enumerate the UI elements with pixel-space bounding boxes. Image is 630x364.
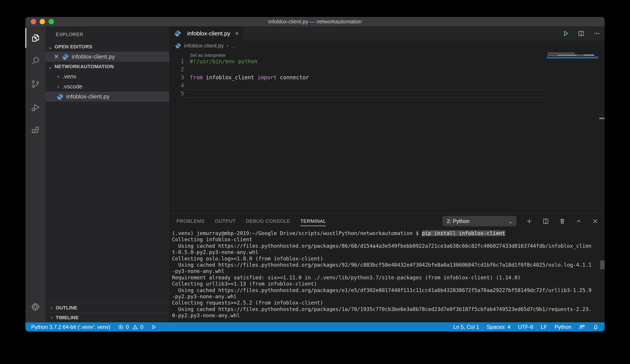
chevron-down-icon: ⌄ <box>48 44 52 50</box>
line-number: 5 <box>169 90 184 98</box>
chevron-right-icon: › <box>51 305 52 311</box>
line-number: 4 <box>169 82 184 90</box>
minimap-line <box>548 54 594 56</box>
notifications-bell-icon[interactable] <box>592 324 599 330</box>
source-control-icon[interactable] <box>26 72 46 96</box>
more-actions-icon[interactable] <box>593 30 600 37</box>
terminal-line: Collecting requests>=2.5.2 (from infoblo… <box>172 300 604 306</box>
tab-debug-console[interactable]: DEBUG CONSOLE <box>246 214 290 229</box>
code-editor[interactable]: Set as interpreter 1 #!/usr/bin/env pyth… <box>169 51 604 214</box>
terminal-selection: pip install infoblox-client <box>422 230 505 236</box>
chevron-down-icon: ⌄ <box>48 64 52 70</box>
terminal-line: Requirement already satisfied: six>=1.11… <box>172 274 604 281</box>
cursor-position-status[interactable]: Ln 5, Col 1 <box>453 324 479 330</box>
encoding-status[interactable]: UTF-8 <box>518 324 533 330</box>
chevron-right-icon: › <box>56 74 60 80</box>
workspace-header[interactable]: ⌄ NETWORKAUTOMATION <box>46 62 169 72</box>
language-mode-status[interactable]: Python <box>554 324 571 330</box>
status-bar: Python 3.7.2 64-bit ('.venv': venv) 0 0 … <box>26 322 604 332</box>
feedback-icon[interactable] <box>579 324 585 330</box>
python-file-icon <box>175 43 181 48</box>
terminal-line: Using cached https://files.pythonhosted.… <box>172 243 604 249</box>
explorer-sidebar: EXPLORER ⌄ OPEN EDITORS ✕ infoblox-clien… <box>46 26 169 322</box>
tree-item-vscode[interactable]: › .vscode <box>46 82 169 92</box>
minimap-slider[interactable] <box>547 56 598 58</box>
minimap-line <box>548 52 575 54</box>
panel-header: PROBLEMS OUTPUT DEBUG CONSOLE TERMINAL 2… <box>169 214 604 229</box>
kill-terminal-icon[interactable] <box>559 218 566 225</box>
codelens-set-interpreter[interactable]: Set as interpreter <box>190 51 604 58</box>
line-number: 2 <box>169 66 184 74</box>
terminal-line: -py3-none-any.whl <box>172 268 604 274</box>
warning-icon <box>132 324 138 330</box>
window-title: infoblox-client.py — networkautomation <box>26 18 604 25</box>
line-number: 3 <box>169 74 184 82</box>
terminal-line: -py2.py3-none-any.whl <box>172 294 604 300</box>
chevron-down-icon: ⌄ <box>509 218 512 224</box>
terminal-line: Using cached https://files.pythonhosted.… <box>172 262 604 268</box>
open-editors-header[interactable]: ⌄ OPEN EDITORS <box>46 42 169 52</box>
terminal-output[interactable]: (.venv) jemurray@mbp-2019:~/Google Drive… <box>169 229 604 322</box>
timeline-section-header[interactable]: › TIMELINE <box>46 312 169 322</box>
run-debug-icon[interactable] <box>26 96 46 119</box>
tree-item-infoblox-client[interactable]: infoblox-client.py <box>46 92 169 102</box>
current-line-highlight <box>184 90 547 98</box>
terminal-line: t-0.5.0-py2.py3-none-any.whl <box>172 249 604 255</box>
terminal-scrollbar[interactable] <box>600 260 604 269</box>
run-status-button[interactable] <box>151 324 156 330</box>
code-line-2: 2 <box>169 66 547 74</box>
maximize-panel-icon[interactable] <box>575 218 582 225</box>
split-editor-icon[interactable] <box>578 30 585 37</box>
close-icon[interactable]: ✕ <box>54 53 59 60</box>
tab-terminal[interactable]: TERMINAL <box>300 214 326 229</box>
chevron-right-icon: › <box>56 84 60 90</box>
editor-zone: infoblox-client.py × infoblox-client.py … <box>169 26 604 214</box>
tab-problems[interactable]: PROBLEMS <box>176 214 204 229</box>
terminal-line: Using cached https://files.pythonhosted.… <box>172 287 604 294</box>
indentation-status[interactable]: Spaces: 4 <box>487 324 510 330</box>
extensions-icon[interactable] <box>26 119 46 142</box>
tab-infoblox-client[interactable]: infoblox-client.py × <box>169 26 244 40</box>
minimap[interactable] <box>547 51 599 189</box>
breadcrumb[interactable]: infoblox-client.py › … <box>169 40 604 51</box>
titlebar[interactable]: infoblox-client.py — networkautomation <box>26 17 604 26</box>
python-file-icon <box>62 54 68 60</box>
close-panel-icon[interactable] <box>592 218 599 225</box>
close-tab-icon[interactable]: × <box>235 30 238 37</box>
editor-tab-bar: infoblox-client.py × <box>169 26 604 40</box>
terminal-line: Using cached https://files.pythonhosted.… <box>172 306 604 312</box>
overview-ruler-cursor-mark <box>599 118 604 119</box>
run-file-button[interactable] <box>562 30 570 37</box>
python-file-icon <box>174 30 181 37</box>
problems-status[interactable]: 0 0 <box>118 324 144 330</box>
code-line-5-current: 5 <box>169 90 547 98</box>
terminal-line: Collecting infoblox-client <box>172 236 604 242</box>
code-line-3: 3 from infoblox_client import connector <box>169 74 547 82</box>
manage-gear-icon[interactable] <box>26 295 46 318</box>
terminal-line: Collecting oslo.log>=1.8.0 (from infoblo… <box>172 256 604 262</box>
activity-bar <box>26 26 46 322</box>
vscode-window: infoblox-client.py — networkautomation <box>26 17 604 332</box>
tree-item-venv[interactable]: › .venv <box>46 72 169 82</box>
files-icon <box>30 33 40 43</box>
explorer-icon[interactable] <box>26 26 46 50</box>
sidebar-title: EXPLORER <box>46 26 169 42</box>
tab-output[interactable]: OUTPUT <box>215 214 236 229</box>
line-number: 1 <box>169 58 184 66</box>
code-line-4: 4 <box>169 82 547 90</box>
new-terminal-icon[interactable] <box>526 218 533 225</box>
open-editor-label: infoblox-client.py <box>72 53 115 60</box>
terminal-line: 0-py2.py3-none-any.whl <box>172 312 604 318</box>
terminal-instance-select[interactable]: 2: Python ⌄ <box>442 216 516 226</box>
bottom-panel: PROBLEMS OUTPUT DEBUG CONSOLE TERMINAL 2… <box>169 214 604 322</box>
error-icon <box>118 324 124 330</box>
chevron-right-icon: › <box>51 314 52 321</box>
terminal-line: Collecting urllib3>=1.13 (from infoblox-… <box>172 281 604 287</box>
open-editor-item[interactable]: ✕ infoblox-client.py <box>46 52 169 62</box>
chevron-right-icon: › <box>226 42 228 49</box>
python-interpreter-status[interactable]: Python 3.7.2 64-bit ('.venv': venv) <box>31 324 110 330</box>
split-terminal-icon[interactable] <box>542 218 549 225</box>
search-icon[interactable] <box>26 50 46 72</box>
eol-status[interactable]: LF <box>541 324 547 330</box>
outline-section-header[interactable]: › OUTLINE <box>46 303 169 312</box>
